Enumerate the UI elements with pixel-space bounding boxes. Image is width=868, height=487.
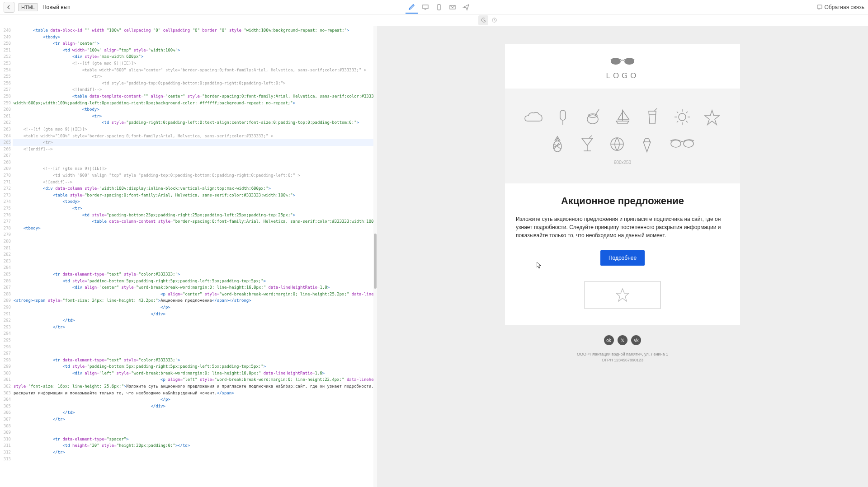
heading: Акционное предложение (516, 195, 729, 207)
cocktail-icon (576, 135, 598, 154)
chat-icon (816, 4, 823, 10)
history-button[interactable] (489, 15, 499, 25)
arrow-left-icon (6, 5, 12, 10)
scrollbar[interactable] (373, 26, 377, 487)
desktop-icon (422, 4, 429, 11)
view-toolbar (406, 1, 472, 14)
svg-line-22 (677, 121, 678, 122)
icecream-icon (636, 135, 658, 154)
svg-rect-7 (560, 110, 566, 120)
clock-icon (491, 17, 497, 23)
star-icon (614, 287, 631, 303)
svg-point-29 (671, 140, 681, 147)
subbar (0, 14, 868, 26)
mail-button[interactable] (446, 1, 459, 14)
sailboat-icon (612, 108, 633, 126)
mobile-view-button[interactable] (433, 1, 445, 14)
edit-mode-button[interactable] (406, 1, 418, 14)
feedback-link[interactable]: Обратная связь (816, 4, 864, 10)
back-button[interactable] (4, 2, 14, 13)
pineapple-icon (547, 135, 568, 154)
document-title: Новый вып (42, 4, 71, 10)
sunglasses2-icon (666, 135, 698, 154)
body-text: Изложите суть акционного предложения и п… (516, 215, 729, 239)
footer-text: ООО «Плантации водной памяти», ул. Ленин… (505, 349, 740, 381)
sunglasses-icon (609, 56, 636, 66)
code-editor[interactable]: 2482492502512522532542552562572582592602… (0, 26, 377, 487)
topbar: HTML Новый вып Обратная связь (0, 0, 868, 14)
cta-button[interactable]: Подробнее (600, 250, 645, 266)
social-vk[interactable]: vk (631, 335, 641, 345)
social-ok[interactable]: ok (604, 335, 614, 345)
preview-pane: LOGO <> (377, 26, 868, 487)
feedback-label: Обратная связь (825, 4, 864, 10)
cloud-icon: <> (522, 108, 544, 126)
svg-line-20 (677, 112, 678, 113)
svg-point-6 (624, 58, 634, 65)
svg-point-9 (587, 115, 598, 124)
placeholder-image (585, 281, 660, 309)
beachball-icon (606, 135, 628, 154)
svg-rect-0 (423, 5, 428, 9)
popsicle-icon (552, 108, 574, 126)
scrollbar-thumb[interactable] (374, 234, 377, 289)
moon-icon (481, 17, 486, 23)
svg-line-23 (686, 112, 688, 113)
sun-icon (671, 108, 693, 126)
social-x[interactable]: 𝕏 (618, 335, 627, 345)
drink-icon (642, 108, 663, 126)
content-block: Акционное предложение Изложите суть акци… (505, 183, 740, 325)
coconut-icon (582, 108, 604, 126)
footer-line1: ООО «Плантации водной памяти», ул. Ленин… (505, 351, 740, 357)
pencil-icon (408, 3, 415, 10)
logo-text: LOGO (505, 71, 740, 80)
social-block: ok 𝕏 vk (505, 325, 740, 349)
mail-icon (449, 4, 456, 11)
email-preview: LOGO <> (505, 44, 740, 381)
desktop-view-button[interactable] (419, 1, 432, 14)
send-button[interactable] (460, 1, 472, 14)
starfish-icon (701, 108, 723, 126)
mobile-icon (435, 4, 443, 11)
hero-dimensions: 600x250 (614, 160, 631, 165)
svg-line-14 (654, 108, 657, 111)
svg-point-5 (611, 58, 621, 65)
logo-block: LOGO (505, 44, 740, 89)
svg-rect-1 (438, 5, 440, 10)
send-icon (462, 4, 470, 11)
svg-point-30 (684, 140, 693, 147)
svg-line-21 (686, 121, 688, 122)
code-content[interactable]: <table data-block-id="" width="100%" cel… (13, 26, 377, 487)
svg-line-27 (589, 136, 592, 138)
theme-button[interactable] (478, 15, 488, 25)
svg-line-11 (595, 109, 599, 115)
footer-line2: ОГРН 1234567890123 (505, 357, 740, 363)
hero-block: <> 600x250 (505, 89, 740, 183)
svg-point-15 (679, 113, 686, 121)
hero-icons: <> (519, 108, 726, 154)
line-gutter: 2482492502512522532542552562572582592602… (0, 26, 13, 487)
svg-rect-3 (817, 5, 822, 9)
html-badge: HTML (18, 3, 38, 11)
